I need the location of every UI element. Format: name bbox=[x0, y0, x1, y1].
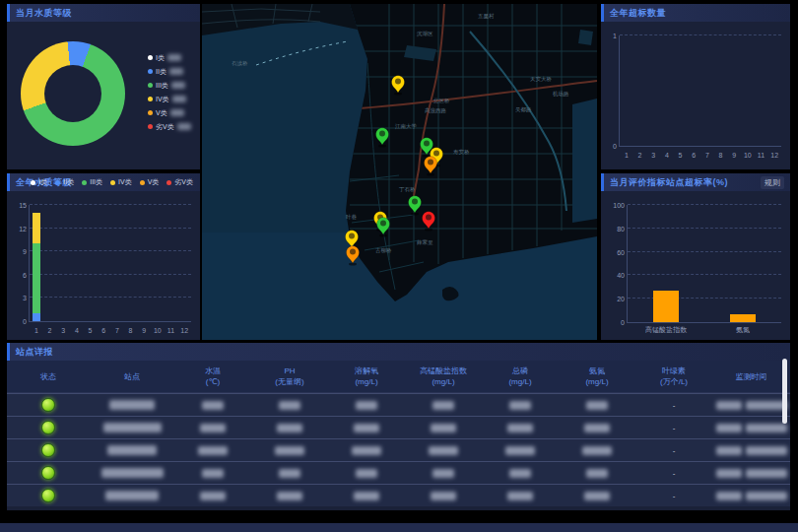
value-cell bbox=[328, 445, 405, 454]
table-row[interactable]: - bbox=[7, 438, 790, 461]
y-tick-label: 20 bbox=[607, 296, 625, 302]
column-header: PH(无量纲) bbox=[251, 366, 328, 387]
value-cell bbox=[405, 468, 482, 477]
rate-bar bbox=[730, 314, 756, 322]
panel-year-grade: 全年水质等级 I类II类III类IV类V类劣V类 036912151234567… bbox=[7, 173, 200, 340]
map-place-label: 叶巷 bbox=[346, 214, 358, 220]
legend-label: V类 bbox=[156, 108, 167, 118]
legend-item[interactable]: II类 bbox=[148, 67, 191, 76]
redacted-value bbox=[356, 401, 377, 410]
legend-item[interactable]: II类 bbox=[55, 178, 77, 187]
value-cell bbox=[482, 468, 559, 477]
redacted-time bbox=[746, 401, 787, 410]
legend-dot bbox=[148, 124, 153, 129]
legend-item[interactable]: I类 bbox=[31, 178, 50, 187]
x-tick-label: 12 bbox=[180, 327, 188, 334]
chlorophyll-cell: - bbox=[635, 446, 712, 455]
status-dot-green bbox=[41, 443, 55, 457]
redacted-value bbox=[202, 401, 224, 410]
map-place-label: 北区桥 bbox=[432, 98, 450, 104]
pin-hole bbox=[424, 141, 430, 147]
gridline bbox=[30, 297, 191, 298]
value-cell bbox=[174, 445, 251, 454]
time-cell bbox=[712, 469, 790, 478]
table-row[interactable]: - bbox=[7, 484, 790, 506]
table-row[interactable]: - bbox=[7, 461, 790, 484]
legend-item[interactable]: V类 bbox=[148, 108, 191, 117]
redacted-value bbox=[279, 401, 300, 410]
redacted-value bbox=[509, 469, 531, 478]
x-tick-label: 11 bbox=[167, 327, 174, 334]
redacted-value bbox=[432, 469, 454, 478]
y-tick-label: 3 bbox=[9, 295, 27, 301]
legend-item[interactable]: 劣V类 bbox=[148, 122, 191, 131]
time-cell bbox=[712, 424, 790, 432]
legend-label: III类 bbox=[90, 177, 102, 187]
panel-station-report: 站点详报 状态站点水温(℃)PH(无量纲)溶解氧(mg/L)高锰酸盐指数(mg/… bbox=[7, 343, 790, 510]
legend-item[interactable]: IV类 bbox=[110, 178, 135, 187]
table-scrollbar[interactable] bbox=[782, 359, 787, 424]
legend-item[interactable]: V类 bbox=[140, 178, 163, 187]
value-cell bbox=[559, 491, 635, 499]
redacted-value bbox=[352, 446, 381, 455]
legend-item[interactable]: III类 bbox=[148, 81, 191, 90]
table-row[interactable]: - bbox=[7, 393, 790, 416]
status-cell bbox=[7, 398, 90, 412]
value-cell bbox=[482, 491, 559, 499]
year-exceed-chart: 01123456789101112 bbox=[619, 35, 781, 147]
redacted-time bbox=[746, 446, 787, 455]
x-tick-label: 5 bbox=[89, 327, 93, 334]
column-header: 水温(℃) bbox=[174, 366, 251, 387]
panel-header: 当月水质等级 bbox=[7, 4, 200, 22]
value-cell bbox=[482, 400, 559, 409]
x-tick-label: 11 bbox=[758, 152, 765, 159]
legend-item[interactable]: 劣V类 bbox=[166, 178, 196, 187]
pin-hole bbox=[349, 233, 355, 239]
value-cell bbox=[174, 491, 251, 499]
x-tick-label: 10 bbox=[744, 152, 752, 159]
map-place-label: 天安大桥 bbox=[530, 76, 553, 82]
redacted-time bbox=[746, 424, 787, 432]
month-rate-chart: 020406080100高锰酸盐指数氨氮 bbox=[627, 205, 781, 323]
legend-dot bbox=[110, 180, 115, 185]
pin-hole bbox=[350, 249, 356, 255]
x-tick-label: 8 bbox=[129, 327, 133, 334]
legend-dot bbox=[148, 97, 153, 101]
table-row[interactable]: - bbox=[7, 416, 790, 438]
value-cell bbox=[405, 400, 482, 409]
legend-dot bbox=[148, 69, 153, 74]
rule-button[interactable]: 规则 bbox=[761, 176, 784, 189]
legend-item[interactable]: III类 bbox=[82, 178, 105, 187]
value-cell bbox=[174, 423, 251, 432]
city-map[interactable]: 石渎桥滨湖区五星村江南大学北区桥高浪西路天安大桥机场路吴都路寿安桥丁石桥叶巷薛家… bbox=[202, 4, 597, 340]
map-panel[interactable]: 石渎桥滨湖区五星村江南大学北区桥高浪西路天安大桥机场路吴都路寿安桥丁石桥叶巷薛家… bbox=[202, 4, 597, 340]
redacted-value bbox=[584, 424, 610, 432]
panel-title: 全年超标数量 bbox=[610, 7, 666, 20]
redacted-value bbox=[431, 492, 456, 500]
status-cell bbox=[7, 443, 90, 457]
value-cell bbox=[328, 468, 405, 477]
redacted-station-name bbox=[103, 423, 162, 432]
legend-item[interactable]: I类 bbox=[148, 53, 191, 62]
station-cell bbox=[90, 423, 174, 432]
x-tick-label: 9 bbox=[732, 152, 736, 159]
y-tick-label: 0 bbox=[599, 143, 617, 150]
column-header: 叶绿素(万个/L) bbox=[635, 366, 712, 387]
redacted-value bbox=[505, 446, 535, 455]
y-tick-label: 1 bbox=[599, 33, 617, 39]
time-cell bbox=[712, 401, 790, 410]
stacked-bar-segment bbox=[33, 213, 40, 243]
gridline bbox=[30, 250, 191, 251]
redacted-value bbox=[586, 469, 608, 478]
legend-dot bbox=[82, 180, 87, 185]
y-tick-label: 40 bbox=[607, 272, 625, 279]
status-cell bbox=[7, 489, 90, 502]
x-tick-label: 2 bbox=[48, 327, 52, 334]
station-cell bbox=[90, 400, 174, 410]
station-cell bbox=[90, 491, 174, 500]
status-dot-green bbox=[41, 398, 55, 412]
redacted-value bbox=[584, 492, 610, 500]
status-dot-green bbox=[41, 489, 55, 502]
legend-item[interactable]: IV类 bbox=[148, 95, 191, 103]
x-tick-label: 氨氮 bbox=[736, 325, 750, 335]
